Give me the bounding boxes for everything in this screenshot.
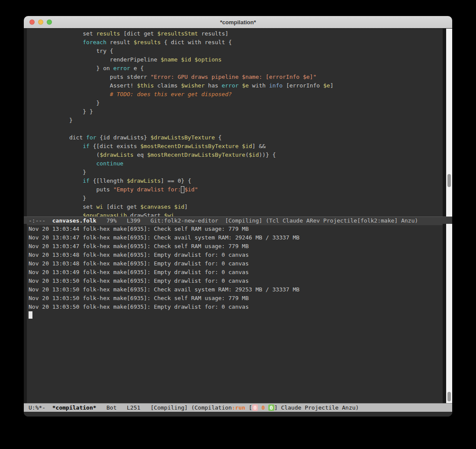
code-scrollbar-area bbox=[443, 29, 452, 216]
compilation-buffer[interactable]: Nov 20 13:03:44 folk-hex make[6935]: Che… bbox=[24, 224, 443, 403]
code-line: set results [dict get $resultsStmt resul… bbox=[29, 29, 443, 38]
code-line: dict for {id drawLists} $drawListsByText… bbox=[29, 133, 443, 142]
code-line: set wi [dict get $canvases $id] bbox=[29, 203, 443, 211]
code-line: continue bbox=[29, 159, 443, 168]
close-button-icon[interactable] bbox=[29, 19, 35, 25]
emacs-frame: set results [dict get $resultsStmt resul… bbox=[24, 29, 452, 417]
fringe bbox=[24, 29, 27, 216]
compilation-scrollbar-track[interactable] bbox=[446, 224, 452, 403]
log-line: Nov 20 13:03:50 folk-hex make[6935]: Che… bbox=[29, 285, 443, 294]
minimize-button-icon[interactable] bbox=[38, 19, 43, 25]
code-line: } bbox=[29, 116, 443, 125]
echo-area bbox=[24, 412, 452, 417]
fringe bbox=[24, 224, 27, 403]
log-line: Nov 20 13:03:48 folk-hex make[6935]: Emp… bbox=[29, 251, 443, 259]
code-line: Assert! $this claims $wisher has error $… bbox=[29, 81, 443, 90]
code-line: # TODO: does this ever get disposed? bbox=[29, 90, 443, 99]
log-line: Nov 20 13:03:50 folk-hex make[6935]: Che… bbox=[29, 294, 443, 303]
code-line bbox=[29, 125, 443, 133]
log-line: Nov 20 13:03:47 folk-hex make[6935]: Che… bbox=[29, 233, 443, 242]
log-line: Nov 20 13:03:48 folk-hex make[6935]: Emp… bbox=[29, 259, 443, 268]
code-line: if {[dict exists $mostRecentDrawListsByT… bbox=[29, 142, 443, 151]
code-line: try { bbox=[29, 47, 443, 55]
code-scrollbar-thumb[interactable] bbox=[447, 174, 451, 187]
code-line: puts "Empty drawlist for: $id" bbox=[29, 185, 443, 194]
code-line: renderPipeline $name $id $options bbox=[29, 55, 443, 64]
log-line: Nov 20 13:03:50 folk-hex make[6935]: Emp… bbox=[29, 303, 443, 311]
code-buffer-canvases-folk[interactable]: set results [dict get $resultsStmt resul… bbox=[24, 29, 443, 216]
code-line: } bbox=[29, 168, 443, 177]
code-line: } bbox=[29, 99, 443, 107]
scrollbar-gap bbox=[443, 224, 446, 403]
code-line: ($drawLists eq $mostRecentDrawListsByTex… bbox=[29, 151, 443, 159]
code-line: foreach result $results { dict with resu… bbox=[29, 38, 443, 47]
traffic-lights bbox=[29, 19, 52, 25]
log-line: Nov 20 13:03:47 folk-hex make[6935]: Che… bbox=[29, 242, 443, 251]
text-cursor bbox=[29, 311, 32, 319]
code-line: } on error e { bbox=[29, 64, 443, 73]
log-line: Nov 20 13:03:50 folk-hex make[6935]: Emp… bbox=[29, 277, 443, 285]
log-line: Nov 20 13:03:49 folk-hex make[6935]: Emp… bbox=[29, 268, 443, 277]
emacs-window: *compilation* set results [dict get $res… bbox=[24, 16, 452, 417]
modeline-text: U:%*- *compilation* Bot L251 [Compiling]… bbox=[29, 404, 452, 412]
code-line: puts stderr "Error: GPU draws pipeline $… bbox=[29, 73, 443, 81]
code-line: if {[llength $drawLists] == 0} { bbox=[29, 177, 443, 185]
compilation-scrollbar-thumb[interactable] bbox=[447, 392, 451, 401]
compilation-scrollbar-area bbox=[443, 224, 452, 403]
log-line: Nov 20 13:03:44 folk-hex make[6935]: Che… bbox=[29, 225, 443, 233]
code-line: } bbox=[29, 194, 443, 203]
zoom-button-icon[interactable] bbox=[47, 19, 52, 25]
scrollbar-gap bbox=[443, 29, 446, 216]
modeline-active-compilation: U:%*- *compilation* Bot L251 [Compiling]… bbox=[24, 403, 452, 412]
code-line: } } bbox=[29, 107, 443, 116]
titlebar[interactable]: *compilation* bbox=[24, 16, 452, 29]
code-line: $gpuCanvasLib drawStart $wi bbox=[29, 211, 443, 216]
window-title: *compilation* bbox=[220, 19, 256, 26]
code-scrollbar-track[interactable] bbox=[446, 29, 452, 216]
